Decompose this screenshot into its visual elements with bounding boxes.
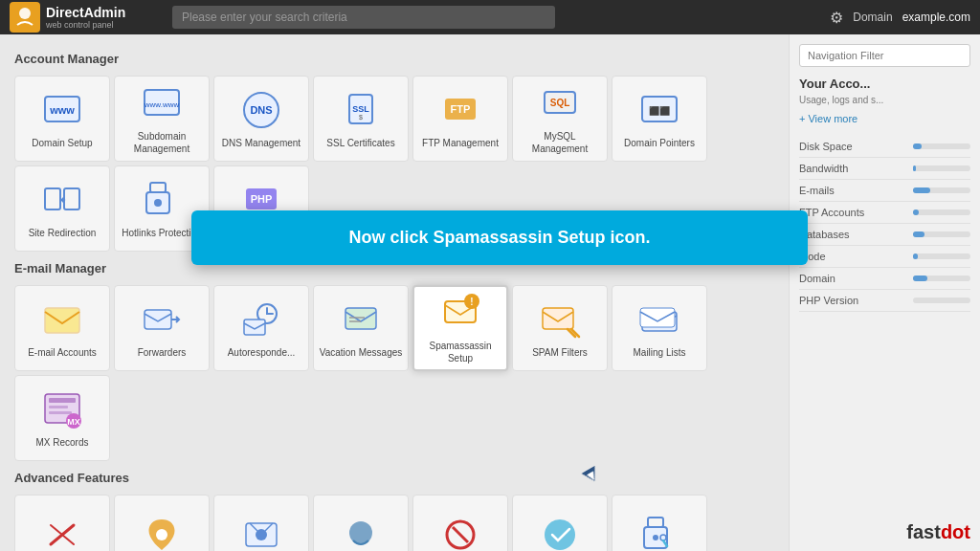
svg-text:SQL: SQL [550,98,570,108]
stat-bar-fill [913,165,916,171]
icon-domain-setup[interactable]: www Domain Setup [14,76,110,162]
icon-spam-filters[interactable]: SPAM Filters [512,285,608,371]
svg-rect-39 [49,411,72,414]
icon-ftp-management[interactable]: FTP FTP Management [412,76,508,162]
stat-bar-wrap [913,187,970,193]
icon-advanced-6[interactable] [512,495,608,551]
forwarders-label: Forwarders [138,346,187,359]
icon-vacation-messages[interactable]: Vacation Messages [313,285,409,371]
stat-label: FTP Accounts [799,207,864,218]
svg-text:PHP: PHP [251,193,273,205]
search-bar[interactable] [172,6,555,29]
stat-label: Disk Space [799,141,853,152]
mx-records-icon: MX [41,388,83,430]
advanced-1-icon [41,514,83,551]
stat-row-inode: Inode [799,246,970,268]
email-accounts-icon [41,298,83,341]
autoresponders-label: Autoresponde... [228,346,296,359]
icon-site-redirection[interactable]: Site Redirection [14,165,110,252]
icon-forwarders[interactable]: Forwarders [114,285,210,371]
mysql-management-label: MySQL Management [517,130,603,155]
site-redirection-label: Site Redirection [29,227,97,239]
stat-bar-wrap [913,253,970,259]
stat-bar [913,298,970,303]
stat-bar-fill [913,276,927,281]
your-account-sub: Usage, logs and s... [799,95,970,105]
stat-row-disk-space: Disk Space [799,136,970,158]
icon-dns-management[interactable]: DNS DNS Management [213,76,309,162]
stat-bar [913,276,970,281]
mailing-lists-icon [638,298,680,341]
stat-bar-fill [913,253,918,259]
advanced-6-icon [539,514,581,551]
icon-mx-records[interactable]: MX MX Records [14,375,110,461]
icon-advanced-4[interactable] [313,495,409,551]
stat-bar [913,209,970,215]
vacation-messages-label: Vacation Messages [320,346,403,359]
ssl-certificates-icon: SSL $ [340,89,382,131]
icon-ssl-certificates[interactable]: SSL $ SSL Certificates [313,76,409,162]
domain-pointers-icon: ⬛⬛ [638,89,680,131]
stat-bar-wrap [913,298,970,303]
gear-icon[interactable]: ⚙ [830,9,843,27]
icon-email-accounts[interactable]: E-mail Accounts [14,285,110,371]
logo-text: DirectAdmin web control panel [46,5,125,30]
stat-bar-fill [913,209,919,215]
icon-advanced-2[interactable] [114,495,210,551]
icon-autoresponders[interactable]: Autoresponde... [213,285,309,371]
tooltip-overlay: Now click Spamassassin Setup icon. [191,210,808,265]
stat-bar [913,165,970,171]
your-account-title: Your Acco... [799,77,970,91]
logo-icon [10,2,40,33]
sidebar: Your Acco... Usage, logs and s... + View… [789,34,980,551]
stat-bar [913,187,970,193]
svg-rect-53 [648,518,663,527]
stat-bar-fill [913,187,930,193]
email-manager-grid: E-mail Accounts Forwarders [14,285,774,461]
tooltip-text: Now click Spamassassin Setup icon. [348,228,650,247]
ftp-management-label: FTP Management [422,137,499,149]
icon-advanced-7[interactable] [612,495,707,551]
topbar: DirectAdmin web control panel ⚙ Domain e… [0,0,980,34]
hotlinks-protection-icon [141,179,183,221]
icon-mailing-lists[interactable]: Mailing Lists [612,285,707,371]
search-input[interactable] [172,6,555,29]
stat-label: Domain [799,273,835,284]
spam-filters-icon [539,298,581,341]
ssl-certificates-label: SSL Certificates [326,137,394,149]
advanced-3-icon [240,514,282,551]
stat-label: E-mails [799,185,835,196]
svg-text:MX: MX [67,417,80,427]
icon-spamassassin-setup[interactable]: ! Spamassassin Setup [412,285,508,371]
advanced-7-icon [638,514,680,551]
svg-rect-27 [345,308,376,329]
svg-text:!: ! [470,297,473,307]
content-area: Account Manager www Domain Setup www.www [0,34,789,551]
svg-rect-17 [64,188,79,209]
svg-point-55 [653,535,658,540]
forwarders-icon [141,298,183,341]
stat-bar [913,231,970,237]
advanced-2-icon [141,514,183,551]
email-accounts-label: E-mail Accounts [28,346,97,359]
icon-advanced-5[interactable] [412,495,508,551]
mysql-management-icon: SQL [539,82,581,124]
stat-bar-fill [913,143,922,149]
svg-rect-35 [640,308,675,327]
mailing-lists-label: Mailing Lists [633,346,685,359]
view-more-link[interactable]: + View more [799,113,970,124]
domain-setup-label: Domain Setup [32,137,92,149]
icon-mysql-management[interactable]: SQL MySQL Management [512,76,608,162]
spam-filters-label: SPAM Filters [532,346,588,359]
navigation-filter[interactable] [799,44,970,67]
stats-list: Disk Space Bandwidth E-mails FTP Accou [799,136,970,312]
icon-domain-pointers[interactable]: ⬛⬛ Domain Pointers [612,76,707,162]
svg-text:SSL: SSL [352,104,369,114]
domain-pointers-label: Domain Pointers [624,137,695,149]
icon-subdomain-management[interactable]: www.www Subdomain Management [114,76,210,162]
stat-row-bandwidth: Bandwidth [799,158,970,180]
icon-advanced-1[interactable] [14,495,110,551]
icon-advanced-3[interactable] [213,495,309,551]
svg-point-20 [154,199,162,207]
subdomain-management-icon: www.www [141,82,183,124]
